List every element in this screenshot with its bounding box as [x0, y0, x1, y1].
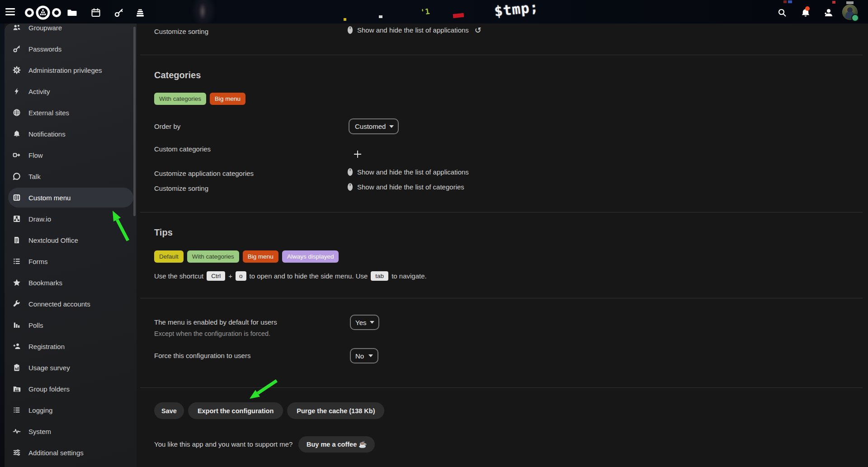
- sidebar-item-groupware[interactable]: Groupware: [13, 24, 133, 38]
- categories-badges: With categories Big menu: [154, 93, 245, 105]
- sidebar-item-bookmarks[interactable]: Bookmarks: [13, 273, 133, 292]
- sidebar-item-label: Logging: [28, 406, 52, 414]
- kbd-o: o: [236, 271, 246, 281]
- sidebar-item-label: Connected accounts: [28, 300, 90, 308]
- divider: [140, 387, 863, 388]
- kbd-tab: tab: [371, 271, 388, 281]
- divider: [140, 212, 863, 212]
- user-plus-icon: [13, 342, 21, 350]
- sidebar-item-passwords[interactable]: Passwords: [13, 39, 133, 59]
- refresh-icon[interactable]: ↺: [475, 26, 481, 34]
- sidebar-item-registration[interactable]: Registration: [13, 336, 133, 356]
- badge-always-displayed: Always displayed: [282, 250, 339, 263]
- sidebar-item-external-sites[interactable]: External sites: [13, 103, 133, 123]
- menu-enabled-value: Yes: [355, 319, 366, 326]
- shortcut-text: Use the shortcut: [154, 272, 203, 280]
- sidebar-item-label: Additional settings: [28, 449, 84, 457]
- sidebar-item-label: Bookmarks: [28, 279, 62, 287]
- background-pixel-mark: [788, 0, 792, 3]
- sidebar-item-nextcloud-office[interactable]: Nextcloud Office: [13, 230, 133, 250]
- nextcloud-admin-custom-menu-page: $tmp; '1: [0, 0, 868, 467]
- sidebar-item-system[interactable]: System: [13, 421, 133, 441]
- customize-application-categories-label: Customize application categories: [154, 169, 254, 178]
- order-by-value: Customed: [355, 123, 386, 130]
- sidebar-item-activity[interactable]: Activity: [13, 81, 133, 101]
- sidebar-item-notifications[interactable]: Notifications: [13, 124, 133, 144]
- sidebar-item-label: Talk: [28, 173, 41, 180]
- action-text: Show and hide the list of categories: [357, 183, 464, 191]
- mouse-icon: [347, 168, 353, 176]
- sidebar-item-label: Notifications: [28, 130, 66, 138]
- custom-menu-settings-content: Customize sorting Show and hide the list…: [137, 24, 868, 467]
- sidebar-item-forms[interactable]: Forms: [13, 251, 133, 271]
- sidebar-item-administration-privileges[interactable]: Administration privileges: [13, 60, 133, 80]
- chevron-down-icon: [389, 125, 394, 128]
- order-by-dropdown[interactable]: Customed: [349, 118, 399, 134]
- sidebar-item-label: External sites: [28, 109, 69, 117]
- sidebar-item-label: Usage survey: [28, 364, 70, 372]
- export-configuration-button[interactable]: Export the configuration: [188, 402, 283, 419]
- shortcut-text: to navigate.: [392, 272, 427, 280]
- sidebar-item-label: Flow: [28, 151, 43, 159]
- calendar-icon[interactable]: [90, 7, 101, 18]
- customize-sorting-top-label: Customize sorting: [154, 27, 208, 36]
- sidebar-scrollbar-thumb[interactable]: [133, 27, 136, 216]
- search-icon[interactable]: [777, 7, 788, 18]
- purge-cache-button[interactable]: Purge the cache (138 Kb): [287, 402, 384, 419]
- sidebar-item-logging[interactable]: Logging: [13, 400, 133, 420]
- background-graffiti-text-2: '1: [420, 7, 430, 17]
- sidebar-item-label: Forms: [28, 258, 48, 265]
- clipboard-chart-icon: [13, 363, 21, 372]
- top-row-action-text: Show and hide the list of applications: [357, 26, 469, 34]
- menu-enabled-dropdown[interactable]: Yes: [350, 315, 379, 330]
- files-folder-icon[interactable]: [66, 7, 77, 18]
- globe-icon: [13, 108, 21, 117]
- background-photo-smudge: [199, 3, 206, 20]
- tips-section-title: Tips: [154, 227, 173, 238]
- sidebar-item-talk[interactable]: Talk: [13, 166, 133, 186]
- sidebar-item-usage-survey[interactable]: Usage survey: [13, 358, 133, 377]
- menu-toggle-button[interactable]: [5, 8, 15, 15]
- bell-icon: [13, 130, 21, 138]
- save-button[interactable]: Save: [154, 402, 184, 419]
- sidebar-item-custom-menu[interactable]: Custom menu: [8, 188, 133, 208]
- divider: [140, 298, 863, 298]
- badge-big-menu: Big menu: [210, 93, 245, 105]
- customize-sorting-action: Show and hide the list of categories: [347, 183, 464, 191]
- sidebar-item-additional-settings[interactable]: Additional settings: [13, 443, 133, 462]
- support-question-text: You like this app and you want to suppor…: [154, 440, 292, 449]
- sidebar-item-drawio[interactable]: Draw.io: [13, 209, 133, 229]
- notification-unread-dot: [805, 6, 810, 11]
- background-pixel-mark: [846, 1, 854, 4]
- chevron-down-icon: [368, 354, 373, 357]
- sidebar-item-group-folders[interactable]: Group folders: [13, 379, 133, 399]
- top-row-action: Show and hide the list of applications ↺: [347, 26, 481, 34]
- sidebar-item-label: Custom menu: [28, 194, 71, 202]
- sidebar-item-connected-accounts[interactable]: Connected accounts: [13, 294, 133, 314]
- gear-icon: [13, 66, 21, 74]
- sidebar-item-polls[interactable]: Polls: [13, 315, 133, 335]
- passwords-key-icon[interactable]: [113, 7, 124, 18]
- menu-enabled-label: The menu is enabled by default for users: [154, 318, 277, 327]
- force-configuration-dropdown[interactable]: No: [350, 348, 378, 363]
- buy-me-a-coffee-button[interactable]: Buy me a coffee ☕: [298, 436, 375, 453]
- mouse-icon: [347, 26, 353, 34]
- stack-icon[interactable]: [135, 7, 146, 18]
- log-list-icon: [13, 406, 21, 414]
- background-graffiti-redmark: [453, 13, 464, 18]
- menu-enabled-hint: Except when the configuration is forced.: [154, 329, 270, 338]
- tune-icon: [13, 448, 21, 457]
- add-category-button[interactable]: [353, 149, 363, 159]
- sidebar-item-flow[interactable]: Flow: [13, 145, 133, 165]
- badge-big-menu: Big menu: [243, 250, 278, 263]
- sidebar-item-label: Nextcloud Office: [28, 236, 78, 244]
- badge-with-categories: With categories: [187, 250, 239, 263]
- nextcloud-logo[interactable]: [24, 3, 63, 22]
- contacts-icon[interactable]: [823, 7, 834, 18]
- shortcut-text: to open and to hide the side menu. Use: [250, 272, 368, 280]
- sidebar-item-label: Administration privileges: [28, 66, 102, 74]
- custom-menu-icon: [13, 193, 21, 202]
- key-icon: [13, 45, 21, 53]
- sidebar-item-label: System: [28, 428, 51, 435]
- star-icon: [13, 278, 21, 287]
